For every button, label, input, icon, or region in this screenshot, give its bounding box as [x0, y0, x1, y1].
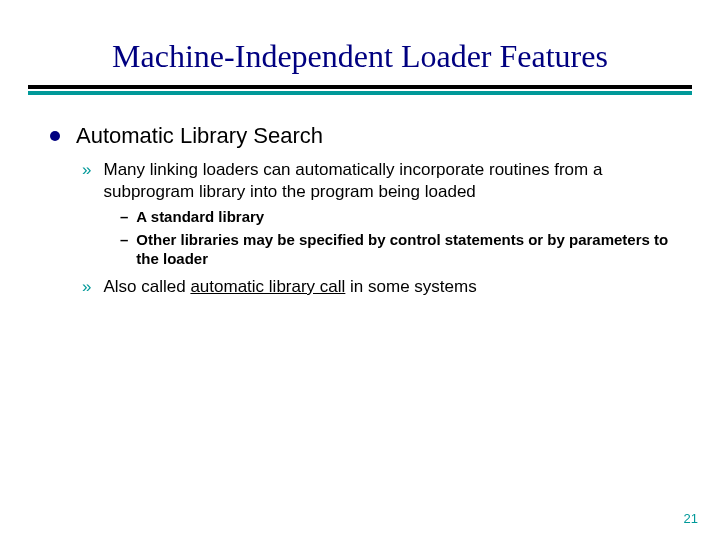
page-number: 21: [684, 511, 698, 526]
dash-icon: –: [120, 207, 128, 226]
title-divider: [28, 85, 692, 95]
bullet-level3: – A standard library: [120, 207, 670, 226]
bullet-text: A standard library: [136, 207, 264, 226]
bullet-level2: » Also called automatic library call in …: [82, 276, 670, 298]
bullet-text: Many linking loaders can automatically i…: [103, 159, 670, 203]
bullet-icon: [50, 131, 60, 141]
chevron-icon: »: [82, 159, 91, 181]
bullet-text: Also called automatic library call in so…: [103, 276, 476, 298]
text-prefix: Also called: [103, 277, 190, 296]
bullet-level1: Automatic Library Search: [50, 123, 670, 149]
bullet-text: Automatic Library Search: [76, 123, 323, 149]
text-underline: automatic library call: [190, 277, 345, 296]
text-suffix: in some systems: [345, 277, 476, 296]
bullet-level2: » Many linking loaders can automatically…: [82, 159, 670, 203]
bullet-level3: – Other libraries may be specified by co…: [120, 230, 670, 268]
bullet-text: Other libraries may be specified by cont…: [136, 230, 670, 268]
chevron-icon: »: [82, 276, 91, 298]
slide-content: Automatic Library Search » Many linking …: [50, 123, 670, 298]
slide-title: Machine-Independent Loader Features: [0, 38, 720, 75]
dash-icon: –: [120, 230, 128, 249]
